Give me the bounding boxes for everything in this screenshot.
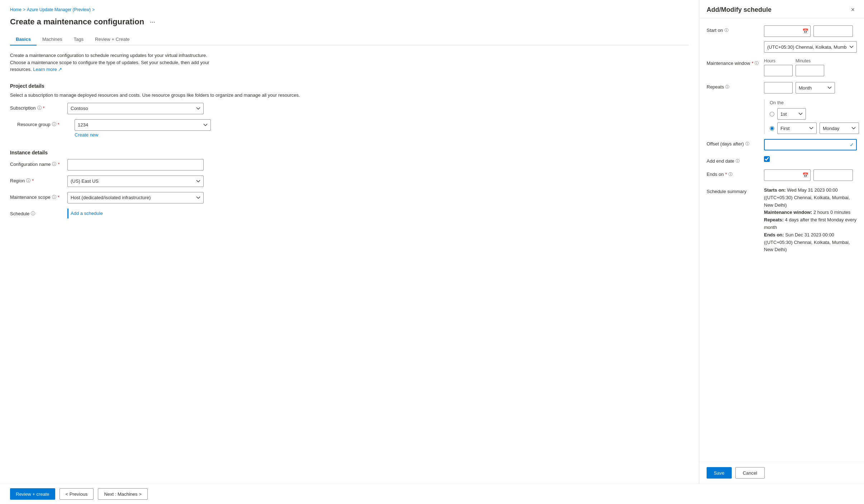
end-date-calendar-icon[interactable]: 📅 (802, 172, 808, 178)
end-date-wrapper: 12/31/2023 📅 (764, 169, 811, 181)
tab-machines[interactable]: Machines (37, 34, 68, 45)
subscription-required: * (43, 105, 45, 111)
config-name-row: Configuration name ⓘ * (10, 159, 689, 171)
tab-basics[interactable]: Basics (10, 34, 37, 45)
radio-occurrence-row: First Second Third Fourth Last Monday Tu… (770, 123, 857, 134)
ends-date-wrapper: 12/31/2023 📅 12:00 AM (764, 169, 853, 181)
ends-on-info-icon[interactable]: ⓘ (728, 172, 732, 177)
repeats-input-row: 1 Day Week Month Year (764, 82, 835, 93)
offset-check-icon: ✓ (850, 142, 854, 148)
radio-occurrence-controls: First Second Third Fourth Last Monday Tu… (777, 123, 859, 134)
tab-tags[interactable]: Tags (68, 34, 89, 45)
add-end-date-info-icon[interactable]: ⓘ (736, 158, 740, 164)
schedule-bar (67, 208, 68, 219)
project-section-desc: Select a subscription to manage deployed… (10, 92, 689, 98)
add-end-date-checkbox[interactable] (764, 156, 770, 162)
on-the-label: On the (770, 99, 857, 105)
right-panel: Add/Modify schedule × Start on ⓘ 05/31/2… (699, 0, 864, 484)
start-date-calendar-icon[interactable]: 📅 (802, 28, 808, 34)
add-end-date-row: Add end date ⓘ (707, 156, 857, 164)
repeats-label: Repeats ⓘ (707, 82, 764, 90)
summary-ends-bold: Ends on: (764, 232, 784, 237)
schedule-label: Schedule ⓘ (10, 208, 67, 217)
summary-maint-bold: Maintenance window: (764, 210, 812, 215)
resource-group-info-icon[interactable]: ⓘ (52, 121, 56, 128)
day-select[interactable]: Monday Tuesday Wednesday Thursday Friday… (820, 123, 859, 134)
subscription-info-icon[interactable]: ⓘ (37, 105, 42, 111)
tab-review-create[interactable]: Review + Create (89, 34, 135, 45)
add-end-date-controls (764, 156, 857, 162)
repeats-controls: 1 Day Week Month Year (764, 82, 857, 93)
panel-footer: Save Cancel (699, 462, 864, 484)
repeats-num-input[interactable]: 1 (764, 82, 793, 93)
offset-info-icon[interactable]: ⓘ (745, 141, 749, 147)
more-button[interactable]: ··· (148, 18, 157, 27)
breadcrumb-azure[interactable]: Azure Update Manager (Preview) (27, 7, 91, 12)
offset-row: Offset (days after) ⓘ 4 ✓ (707, 139, 857, 150)
config-name-required: * (58, 162, 60, 167)
maintenance-scope-label: Maintenance scope ⓘ * (10, 192, 67, 200)
repeats-row: Repeats ⓘ 1 Day Week Month Year (707, 82, 857, 93)
subscription-row: Subscription ⓘ * Contoso (10, 103, 689, 114)
instance-section-title: Instance details (10, 150, 689, 155)
radio-date-row: 1st (770, 108, 857, 120)
date-select[interactable]: 1st (777, 108, 806, 120)
breadcrumb: Home > Azure Update Manager (Preview) > (10, 7, 689, 12)
add-schedule-button[interactable]: Add a schedule (71, 211, 103, 216)
schedule-summary-text: Starts on: Wed May 31 2023 00:00 ((UTC+0… (764, 187, 857, 254)
next-button[interactable]: Next : Machines > (98, 488, 147, 500)
config-name-input[interactable] (67, 159, 204, 171)
subscription-select[interactable]: Contoso (67, 103, 204, 114)
start-time-input[interactable]: 12:00 AM (813, 25, 853, 37)
panel-title: Add/Modify schedule (707, 6, 772, 14)
save-button[interactable]: Save (707, 467, 732, 479)
on-the-section: On the 1st (764, 99, 857, 134)
config-name-info-icon[interactable]: ⓘ (52, 161, 56, 167)
schedule-info-icon[interactable]: ⓘ (31, 211, 35, 217)
resource-group-row: Resource group ⓘ * 1234 Create new (10, 119, 689, 138)
panel-close-button[interactable]: × (849, 6, 857, 14)
cancel-button[interactable]: Cancel (735, 467, 765, 479)
on-the-inner: On the 1st (764, 99, 857, 134)
description-text: Create a maintenance configuration to sc… (10, 52, 211, 73)
timezone-select[interactable]: (UTC+05:30) Chennai, Kolkata, Mumbai, N.… (764, 41, 857, 53)
start-on-label: Start on ⓘ (707, 25, 764, 33)
radio-date[interactable] (770, 112, 774, 116)
create-new-link[interactable]: Create new (75, 132, 211, 138)
maintenance-window-info-icon[interactable]: ⓘ (755, 61, 759, 66)
subscription-control: Contoso (67, 103, 204, 114)
maintenance-scope-control: Host (dedicated/isolated infrastructure) (67, 192, 204, 203)
schedule-summary-label: Schedule summary (707, 187, 764, 194)
maintenance-scope-info-icon[interactable]: ⓘ (52, 194, 56, 200)
review-create-button[interactable]: Review + create (10, 488, 55, 500)
breadcrumb-sep1: > (23, 7, 25, 12)
repeats-unit-select[interactable]: Day Week Month Year (796, 82, 835, 93)
maintenance-scope-required: * (58, 195, 60, 200)
ends-on-required: * (725, 172, 727, 177)
end-time-input[interactable]: 12:00 AM (813, 169, 853, 181)
minutes-input[interactable]: 0 (796, 65, 824, 76)
radio-occurrence[interactable] (770, 126, 774, 131)
minutes-label: Minutes (796, 58, 824, 63)
tabs-container: Basics Machines Tags Review + Create (10, 34, 689, 45)
config-name-control (67, 159, 204, 171)
resource-group-select[interactable]: 1234 (75, 119, 211, 131)
breadcrumb-home[interactable]: Home (10, 7, 22, 12)
start-on-controls: 05/31/2023 📅 12:00 AM (UTC+05:30) Chenna… (764, 25, 857, 53)
occurrence-select[interactable]: First Second Third Fourth Last (777, 123, 817, 134)
start-on-info-icon[interactable]: ⓘ (725, 28, 728, 33)
previous-button[interactable]: < Previous (60, 488, 94, 500)
offset-input[interactable]: 4 (764, 139, 857, 150)
ends-on-label: Ends on * ⓘ (707, 169, 764, 177)
learn-more-link[interactable]: Learn more ↗ (33, 67, 62, 72)
region-required: * (32, 178, 34, 183)
resource-group-label: Resource group ⓘ * (17, 119, 75, 128)
hours-input[interactable]: 2 (764, 65, 793, 76)
start-on-row: Start on ⓘ 05/31/2023 📅 12:00 AM (UTC+05… (707, 25, 857, 53)
repeats-info-icon[interactable]: ⓘ (725, 84, 729, 90)
schedule-control: Add a schedule (67, 208, 204, 219)
maintenance-scope-select[interactable]: Host (dedicated/isolated infrastructure) (67, 192, 204, 203)
region-info-icon[interactable]: ⓘ (26, 178, 30, 184)
resource-group-control: 1234 Create new (75, 119, 211, 138)
region-select[interactable]: (US) East US (67, 176, 204, 187)
